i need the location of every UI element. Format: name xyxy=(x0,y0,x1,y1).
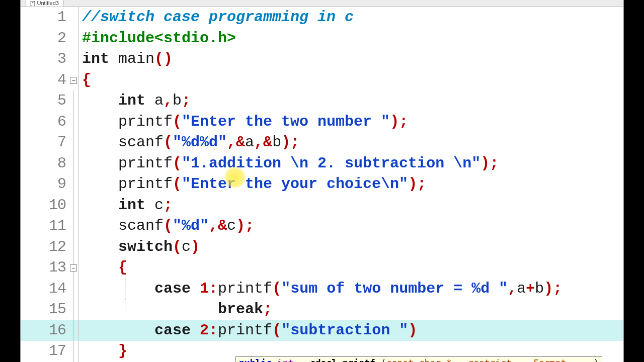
fold-gutter: − xyxy=(70,257,79,279)
line-number: 3 xyxy=(21,49,70,70)
editor-window: [*] Untitled3 1//switch case programming… xyxy=(20,0,624,362)
fold-gutter xyxy=(70,153,79,174)
fold-gutter xyxy=(70,237,79,258)
code-line[interactable]: 10 int c; xyxy=(21,195,623,216)
fold-gutter xyxy=(70,299,79,320)
code-line[interactable]: 15 break; xyxy=(21,299,623,320)
code-line[interactable]: 6 printf("Enter the two number "); xyxy=(21,112,623,133)
fold-gutter xyxy=(70,279,79,300)
line-number: 6 xyxy=(21,112,70,133)
code-line[interactable]: 11 scanf("%d",&c); xyxy=(21,216,623,237)
code-content[interactable]: switch(c) xyxy=(82,237,623,258)
line-number: 9 xyxy=(21,174,70,195)
fold-gutter xyxy=(70,320,79,341)
code-content[interactable]: printf("Enter the your choice\n"); xyxy=(82,174,623,195)
fold-gutter: − xyxy=(70,70,79,91)
code-content[interactable]: int a,b; xyxy=(82,90,623,112)
code-content[interactable]: break; xyxy=(82,299,623,320)
code-line[interactable]: 13− { xyxy=(21,257,623,279)
line-number: 2 xyxy=(21,28,70,49)
code-line[interactable]: 12 switch(c) xyxy=(21,237,623,258)
code-content[interactable]: case 1:printf("sum of two number = %d ",… xyxy=(82,279,623,300)
fold-handle-icon[interactable]: − xyxy=(70,264,77,272)
code-content[interactable]: scanf("%d%d",&a,&b); xyxy=(82,132,623,153)
code-content[interactable]: printf("Enter the two number "); xyxy=(82,112,623,133)
fold-gutter xyxy=(70,49,79,70)
file-tab[interactable]: [*] Untitled3 xyxy=(26,0,63,7)
line-number: 17 xyxy=(21,341,70,362)
fold-handle-icon[interactable]: − xyxy=(70,77,77,84)
code-content[interactable]: scanf("%d",&c); xyxy=(82,216,623,237)
code-line[interactable]: 16 case 2:printf("subtraction ") xyxy=(21,320,623,341)
code-editor[interactable]: 1//switch case programming in c2#include… xyxy=(21,7,623,362)
code-line[interactable]: 5 int a,b; xyxy=(21,90,623,112)
code-line[interactable]: 1//switch case programming in c xyxy=(21,7,623,28)
code-line[interactable]: 7 scanf("%d%d",&a,&b); xyxy=(21,132,623,153)
line-number: 13 xyxy=(21,257,70,279)
code-content[interactable]: //switch case programming in c xyxy=(82,7,623,28)
code-line[interactable]: 14 case 1:printf("sum of two number = %d… xyxy=(21,279,623,300)
tab-bar: [*] Untitled3 xyxy=(21,0,623,7)
code-line[interactable]: 4−{ xyxy=(21,70,623,91)
code-content[interactable]: { xyxy=(82,70,623,91)
fold-gutter xyxy=(70,195,79,216)
code-content[interactable]: printf("1.addition \n 2. subtraction \n"… xyxy=(82,153,623,174)
fold-gutter xyxy=(70,90,79,112)
line-number: 15 xyxy=(21,299,70,320)
line-number: 4 xyxy=(21,70,70,91)
line-number: 14 xyxy=(21,279,70,300)
line-number: 10 xyxy=(21,195,70,216)
fold-gutter xyxy=(70,112,79,133)
fold-gutter xyxy=(70,132,79,153)
line-number: 16 xyxy=(21,320,70,341)
line-number: 8 xyxy=(21,153,70,174)
fold-gutter xyxy=(70,7,79,28)
code-content[interactable]: case 2:printf("subtraction ") xyxy=(82,320,623,341)
fold-gutter xyxy=(70,28,79,49)
line-number: 11 xyxy=(21,216,70,237)
code-line[interactable]: 3int main() xyxy=(21,49,623,70)
fold-gutter xyxy=(70,174,79,195)
fold-gutter xyxy=(70,216,79,237)
fold-gutter xyxy=(70,341,79,362)
line-number: 5 xyxy=(21,90,70,112)
code-content[interactable]: int main() xyxy=(82,49,623,70)
line-number: 1 xyxy=(21,7,70,28)
code-line[interactable]: 9 printf("Enter the your choice\n"); xyxy=(21,174,623,195)
code-content[interactable]: { xyxy=(82,257,623,279)
line-number: 7 xyxy=(21,132,70,153)
code-line[interactable]: 8 printf("1.addition \n 2. subtraction \… xyxy=(21,153,623,174)
code-content[interactable]: #include<stdio.h> xyxy=(82,28,623,49)
code-content[interactable]: int c; xyxy=(82,195,623,216)
line-number: 12 xyxy=(21,237,70,258)
code-line[interactable]: 2#include<stdio.h> xyxy=(21,28,623,49)
parameter-hint-tooltip: public int __cdecl printf (const char * … xyxy=(235,356,602,362)
